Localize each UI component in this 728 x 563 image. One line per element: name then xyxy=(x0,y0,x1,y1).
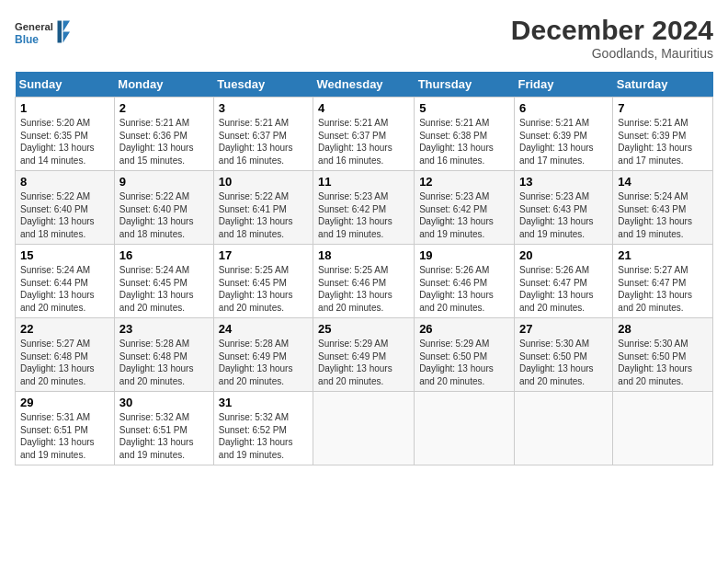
calendar-cell: 3Sunrise: 5:21 AMSunset: 6:37 PMDaylight… xyxy=(213,98,313,171)
week-row-2: 8Sunrise: 5:22 AMSunset: 6:40 PMDaylight… xyxy=(16,171,713,245)
calendar-cell: 9Sunrise: 5:22 AMSunset: 6:40 PMDaylight… xyxy=(114,171,213,245)
calendar-cell: 12Sunrise: 5:23 AMSunset: 6:42 PMDayligh… xyxy=(415,171,515,245)
calendar-cell: 14Sunrise: 5:24 AMSunset: 6:43 PMDayligh… xyxy=(613,171,713,245)
day-info: Sunrise: 5:29 AMSunset: 6:50 PMDaylight:… xyxy=(419,339,494,386)
calendar-cell: 22Sunrise: 5:27 AMSunset: 6:48 PMDayligh… xyxy=(16,318,115,392)
day-info: Sunrise: 5:25 AMSunset: 6:45 PMDaylight:… xyxy=(219,265,293,313)
day-number: 18 xyxy=(318,248,409,262)
page-header: General Blue December 2024 Goodlands, Ma… xyxy=(15,15,713,61)
day-number: 17 xyxy=(219,248,308,262)
day-info: Sunrise: 5:30 AMSunset: 6:50 PMDaylight:… xyxy=(618,339,692,386)
day-info: Sunrise: 5:31 AMSunset: 6:51 PMDaylight:… xyxy=(20,412,95,460)
calendar-cell xyxy=(313,392,415,465)
col-wednesday: Wednesday xyxy=(313,72,415,98)
calendar-cell: 15Sunrise: 5:24 AMSunset: 6:44 PMDayligh… xyxy=(16,245,115,318)
col-friday: Friday xyxy=(514,72,612,98)
day-info: Sunrise: 5:23 AMSunset: 6:42 PMDaylight:… xyxy=(419,191,494,239)
week-row-4: 22Sunrise: 5:27 AMSunset: 6:48 PMDayligh… xyxy=(16,318,713,392)
day-number: 20 xyxy=(519,248,608,262)
week-row-1: 1Sunrise: 5:20 AMSunset: 6:35 PMDaylight… xyxy=(16,98,713,171)
day-info: Sunrise: 5:32 AMSunset: 6:51 PMDaylight:… xyxy=(119,412,194,460)
day-info: Sunrise: 5:20 AMSunset: 6:35 PMDaylight:… xyxy=(20,118,95,166)
day-info: Sunrise: 5:23 AMSunset: 6:43 PMDaylight:… xyxy=(519,191,594,239)
day-number: 6 xyxy=(519,101,608,115)
day-number: 16 xyxy=(119,248,209,262)
week-row-3: 15Sunrise: 5:24 AMSunset: 6:44 PMDayligh… xyxy=(16,245,713,318)
calendar-cell: 17Sunrise: 5:25 AMSunset: 6:45 PMDayligh… xyxy=(213,245,313,318)
day-number: 30 xyxy=(119,396,209,409)
calendar-cell: 30Sunrise: 5:32 AMSunset: 6:51 PMDayligh… xyxy=(114,392,213,465)
calendar-cell: 20Sunrise: 5:26 AMSunset: 6:47 PMDayligh… xyxy=(514,245,612,318)
col-monday: Monday xyxy=(114,72,213,98)
day-info: Sunrise: 5:27 AMSunset: 6:47 PMDaylight:… xyxy=(618,265,692,313)
calendar-cell xyxy=(514,392,612,465)
col-saturday: Saturday xyxy=(613,72,713,98)
calendar-cell: 4Sunrise: 5:21 AMSunset: 6:37 PMDaylight… xyxy=(313,98,415,171)
day-info: Sunrise: 5:24 AMSunset: 6:45 PMDaylight:… xyxy=(119,265,194,313)
day-number: 31 xyxy=(219,396,308,409)
day-number: 11 xyxy=(318,175,409,189)
day-number: 28 xyxy=(618,322,708,336)
calendar-table: Sunday Monday Tuesday Wednesday Thursday… xyxy=(15,72,713,465)
day-info: Sunrise: 5:27 AMSunset: 6:48 PMDaylight:… xyxy=(20,339,95,386)
location: Goodlands, Mauritius xyxy=(511,46,713,61)
calendar-cell: 26Sunrise: 5:29 AMSunset: 6:50 PMDayligh… xyxy=(415,318,515,392)
calendar-cell: 8Sunrise: 5:22 AMSunset: 6:40 PMDaylight… xyxy=(16,171,115,245)
day-number: 7 xyxy=(618,101,708,115)
calendar-cell: 21Sunrise: 5:27 AMSunset: 6:47 PMDayligh… xyxy=(613,245,713,318)
col-sunday: Sunday xyxy=(16,72,115,98)
page-container: General Blue December 2024 Goodlands, Ma… xyxy=(0,0,728,473)
svg-marker-3 xyxy=(58,21,63,43)
month-year: December 2024 xyxy=(511,15,713,46)
calendar-cell: 18Sunrise: 5:25 AMSunset: 6:46 PMDayligh… xyxy=(313,245,415,318)
svg-marker-2 xyxy=(63,21,71,43)
calendar-cell: 27Sunrise: 5:30 AMSunset: 6:50 PMDayligh… xyxy=(514,318,612,392)
calendar-cell: 6Sunrise: 5:21 AMSunset: 6:39 PMDaylight… xyxy=(514,98,612,171)
logo: General Blue xyxy=(15,15,70,52)
day-number: 12 xyxy=(419,175,509,189)
day-number: 4 xyxy=(318,101,409,115)
day-number: 27 xyxy=(519,322,608,336)
day-number: 14 xyxy=(618,175,708,189)
day-number: 22 xyxy=(20,322,109,336)
day-number: 26 xyxy=(419,322,509,336)
calendar-cell xyxy=(415,392,515,465)
day-info: Sunrise: 5:21 AMSunset: 6:37 PMDaylight:… xyxy=(219,118,293,166)
day-number: 9 xyxy=(119,175,209,189)
day-info: Sunrise: 5:28 AMSunset: 6:48 PMDaylight:… xyxy=(119,339,194,386)
calendar-cell: 10Sunrise: 5:22 AMSunset: 6:41 PMDayligh… xyxy=(213,171,313,245)
calendar-cell xyxy=(613,392,713,465)
svg-text:General: General xyxy=(15,21,53,32)
day-number: 15 xyxy=(20,248,109,262)
week-row-5: 29Sunrise: 5:31 AMSunset: 6:51 PMDayligh… xyxy=(16,392,713,465)
day-info: Sunrise: 5:23 AMSunset: 6:42 PMDaylight:… xyxy=(318,191,392,239)
day-number: 5 xyxy=(419,101,509,115)
day-info: Sunrise: 5:21 AMSunset: 6:39 PMDaylight:… xyxy=(618,118,692,166)
day-info: Sunrise: 5:26 AMSunset: 6:47 PMDaylight:… xyxy=(519,265,594,313)
day-number: 13 xyxy=(519,175,608,189)
calendar-cell: 31Sunrise: 5:32 AMSunset: 6:52 PMDayligh… xyxy=(213,392,313,465)
calendar-cell: 24Sunrise: 5:28 AMSunset: 6:49 PMDayligh… xyxy=(213,318,313,392)
day-number: 10 xyxy=(219,175,308,189)
day-info: Sunrise: 5:26 AMSunset: 6:46 PMDaylight:… xyxy=(419,265,494,313)
day-info: Sunrise: 5:21 AMSunset: 6:37 PMDaylight:… xyxy=(318,118,392,166)
day-info: Sunrise: 5:32 AMSunset: 6:52 PMDaylight:… xyxy=(219,412,293,460)
calendar-cell: 19Sunrise: 5:26 AMSunset: 6:46 PMDayligh… xyxy=(415,245,515,318)
day-number: 19 xyxy=(419,248,509,262)
day-info: Sunrise: 5:28 AMSunset: 6:49 PMDaylight:… xyxy=(219,339,293,386)
calendar-cell: 13Sunrise: 5:23 AMSunset: 6:43 PMDayligh… xyxy=(514,171,612,245)
day-info: Sunrise: 5:24 AMSunset: 6:43 PMDaylight:… xyxy=(618,191,692,239)
col-thursday: Thursday xyxy=(415,72,515,98)
calendar-header-row: Sunday Monday Tuesday Wednesday Thursday… xyxy=(16,72,713,98)
day-number: 23 xyxy=(119,322,209,336)
day-number: 25 xyxy=(318,322,409,336)
calendar-cell: 5Sunrise: 5:21 AMSunset: 6:38 PMDaylight… xyxy=(415,98,515,171)
calendar-cell: 1Sunrise: 5:20 AMSunset: 6:35 PMDaylight… xyxy=(16,98,115,171)
day-number: 24 xyxy=(219,322,308,336)
calendar-cell: 29Sunrise: 5:31 AMSunset: 6:51 PMDayligh… xyxy=(16,392,115,465)
day-number: 1 xyxy=(20,101,109,115)
day-info: Sunrise: 5:25 AMSunset: 6:46 PMDaylight:… xyxy=(318,265,392,313)
day-number: 2 xyxy=(119,101,209,115)
logo-svg: General Blue xyxy=(15,15,70,52)
day-info: Sunrise: 5:29 AMSunset: 6:49 PMDaylight:… xyxy=(318,339,392,386)
